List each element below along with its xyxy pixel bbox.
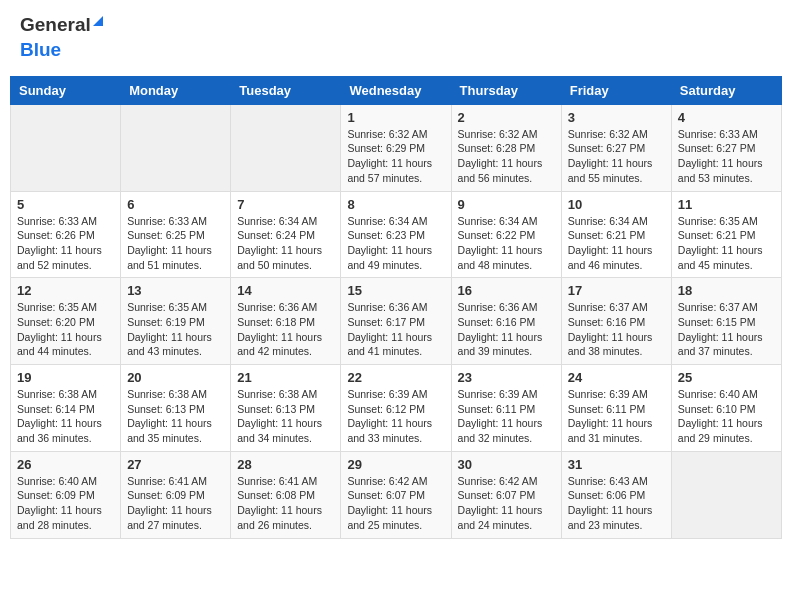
- day-info: Sunrise: 6:36 AMSunset: 6:18 PMDaylight:…: [237, 300, 334, 359]
- calendar-cell: 6Sunrise: 6:33 AMSunset: 6:25 PMDaylight…: [121, 191, 231, 278]
- calendar-cell: 4Sunrise: 6:33 AMSunset: 6:27 PMDaylight…: [671, 104, 781, 191]
- calendar-cell: 25Sunrise: 6:40 AMSunset: 6:10 PMDayligh…: [671, 365, 781, 452]
- day-info: Sunrise: 6:38 AMSunset: 6:13 PMDaylight:…: [237, 387, 334, 446]
- calendar-cell: 31Sunrise: 6:43 AMSunset: 6:06 PMDayligh…: [561, 451, 671, 538]
- day-number: 22: [347, 370, 444, 385]
- day-info: Sunrise: 6:35 AMSunset: 6:21 PMDaylight:…: [678, 214, 775, 273]
- day-info: Sunrise: 6:34 AMSunset: 6:22 PMDaylight:…: [458, 214, 555, 273]
- day-info: Sunrise: 6:32 AMSunset: 6:27 PMDaylight:…: [568, 127, 665, 186]
- day-number: 3: [568, 110, 665, 125]
- logo-general-text: General: [20, 15, 91, 36]
- calendar-table: SundayMondayTuesdayWednesdayThursdayFrid…: [10, 76, 782, 539]
- calendar-cell: 28Sunrise: 6:41 AMSunset: 6:08 PMDayligh…: [231, 451, 341, 538]
- day-number: 5: [17, 197, 114, 212]
- calendar-cell: 22Sunrise: 6:39 AMSunset: 6:12 PMDayligh…: [341, 365, 451, 452]
- day-info: Sunrise: 6:41 AMSunset: 6:09 PMDaylight:…: [127, 474, 224, 533]
- calendar-week-row: 1Sunrise: 6:32 AMSunset: 6:29 PMDaylight…: [11, 104, 782, 191]
- calendar-cell: [121, 104, 231, 191]
- day-info: Sunrise: 6:34 AMSunset: 6:21 PMDaylight:…: [568, 214, 665, 273]
- day-number: 15: [347, 283, 444, 298]
- day-info: Sunrise: 6:37 AMSunset: 6:16 PMDaylight:…: [568, 300, 665, 359]
- day-number: 10: [568, 197, 665, 212]
- day-info: Sunrise: 6:36 AMSunset: 6:17 PMDaylight:…: [347, 300, 444, 359]
- day-info: Sunrise: 6:34 AMSunset: 6:23 PMDaylight:…: [347, 214, 444, 273]
- calendar-cell: 20Sunrise: 6:38 AMSunset: 6:13 PMDayligh…: [121, 365, 231, 452]
- day-info: Sunrise: 6:36 AMSunset: 6:16 PMDaylight:…: [458, 300, 555, 359]
- day-number: 24: [568, 370, 665, 385]
- calendar-cell: 9Sunrise: 6:34 AMSunset: 6:22 PMDaylight…: [451, 191, 561, 278]
- day-number: 26: [17, 457, 114, 472]
- calendar-cell: [231, 104, 341, 191]
- calendar-cell: 30Sunrise: 6:42 AMSunset: 6:07 PMDayligh…: [451, 451, 561, 538]
- calendar-cell: 24Sunrise: 6:39 AMSunset: 6:11 PMDayligh…: [561, 365, 671, 452]
- weekday-header-sunday: Sunday: [11, 76, 121, 104]
- calendar-week-row: 12Sunrise: 6:35 AMSunset: 6:20 PMDayligh…: [11, 278, 782, 365]
- day-info: Sunrise: 6:35 AMSunset: 6:20 PMDaylight:…: [17, 300, 114, 359]
- day-info: Sunrise: 6:39 AMSunset: 6:12 PMDaylight:…: [347, 387, 444, 446]
- calendar-cell: 27Sunrise: 6:41 AMSunset: 6:09 PMDayligh…: [121, 451, 231, 538]
- day-number: 7: [237, 197, 334, 212]
- page-header: General Blue: [10, 10, 782, 66]
- calendar-cell: 14Sunrise: 6:36 AMSunset: 6:18 PMDayligh…: [231, 278, 341, 365]
- calendar-cell: 11Sunrise: 6:35 AMSunset: 6:21 PMDayligh…: [671, 191, 781, 278]
- weekday-header-friday: Friday: [561, 76, 671, 104]
- calendar-cell: 26Sunrise: 6:40 AMSunset: 6:09 PMDayligh…: [11, 451, 121, 538]
- weekday-header-row: SundayMondayTuesdayWednesdayThursdayFrid…: [11, 76, 782, 104]
- day-number: 13: [127, 283, 224, 298]
- day-number: 17: [568, 283, 665, 298]
- day-info: Sunrise: 6:35 AMSunset: 6:19 PMDaylight:…: [127, 300, 224, 359]
- day-number: 21: [237, 370, 334, 385]
- calendar-cell: 18Sunrise: 6:37 AMSunset: 6:15 PMDayligh…: [671, 278, 781, 365]
- day-info: Sunrise: 6:42 AMSunset: 6:07 PMDaylight:…: [347, 474, 444, 533]
- day-info: Sunrise: 6:42 AMSunset: 6:07 PMDaylight:…: [458, 474, 555, 533]
- day-number: 8: [347, 197, 444, 212]
- day-info: Sunrise: 6:32 AMSunset: 6:29 PMDaylight:…: [347, 127, 444, 186]
- day-number: 25: [678, 370, 775, 385]
- day-number: 18: [678, 283, 775, 298]
- day-number: 29: [347, 457, 444, 472]
- logo: General Blue: [20, 15, 103, 61]
- day-info: Sunrise: 6:41 AMSunset: 6:08 PMDaylight:…: [237, 474, 334, 533]
- day-number: 20: [127, 370, 224, 385]
- day-info: Sunrise: 6:33 AMSunset: 6:26 PMDaylight:…: [17, 214, 114, 273]
- weekday-header-saturday: Saturday: [671, 76, 781, 104]
- calendar-cell: 1Sunrise: 6:32 AMSunset: 6:29 PMDaylight…: [341, 104, 451, 191]
- calendar-cell: 19Sunrise: 6:38 AMSunset: 6:14 PMDayligh…: [11, 365, 121, 452]
- day-number: 11: [678, 197, 775, 212]
- calendar-cell: 5Sunrise: 6:33 AMSunset: 6:26 PMDaylight…: [11, 191, 121, 278]
- calendar-cell: [671, 451, 781, 538]
- day-number: 23: [458, 370, 555, 385]
- calendar-cell: 8Sunrise: 6:34 AMSunset: 6:23 PMDaylight…: [341, 191, 451, 278]
- calendar-cell: 21Sunrise: 6:38 AMSunset: 6:13 PMDayligh…: [231, 365, 341, 452]
- day-number: 30: [458, 457, 555, 472]
- day-info: Sunrise: 6:34 AMSunset: 6:24 PMDaylight:…: [237, 214, 334, 273]
- weekday-header-thursday: Thursday: [451, 76, 561, 104]
- day-info: Sunrise: 6:33 AMSunset: 6:27 PMDaylight:…: [678, 127, 775, 186]
- calendar-cell: 17Sunrise: 6:37 AMSunset: 6:16 PMDayligh…: [561, 278, 671, 365]
- day-info: Sunrise: 6:39 AMSunset: 6:11 PMDaylight:…: [458, 387, 555, 446]
- calendar-week-row: 5Sunrise: 6:33 AMSunset: 6:26 PMDaylight…: [11, 191, 782, 278]
- calendar-cell: 10Sunrise: 6:34 AMSunset: 6:21 PMDayligh…: [561, 191, 671, 278]
- day-info: Sunrise: 6:40 AMSunset: 6:10 PMDaylight:…: [678, 387, 775, 446]
- calendar-cell: 23Sunrise: 6:39 AMSunset: 6:11 PMDayligh…: [451, 365, 561, 452]
- day-number: 6: [127, 197, 224, 212]
- calendar-cell: [11, 104, 121, 191]
- calendar-week-row: 26Sunrise: 6:40 AMSunset: 6:09 PMDayligh…: [11, 451, 782, 538]
- weekday-header-tuesday: Tuesday: [231, 76, 341, 104]
- day-info: Sunrise: 6:39 AMSunset: 6:11 PMDaylight:…: [568, 387, 665, 446]
- day-number: 27: [127, 457, 224, 472]
- calendar-cell: 16Sunrise: 6:36 AMSunset: 6:16 PMDayligh…: [451, 278, 561, 365]
- day-info: Sunrise: 6:37 AMSunset: 6:15 PMDaylight:…: [678, 300, 775, 359]
- calendar-cell: 12Sunrise: 6:35 AMSunset: 6:20 PMDayligh…: [11, 278, 121, 365]
- day-info: Sunrise: 6:32 AMSunset: 6:28 PMDaylight:…: [458, 127, 555, 186]
- calendar-cell: 2Sunrise: 6:32 AMSunset: 6:28 PMDaylight…: [451, 104, 561, 191]
- calendar-cell: 7Sunrise: 6:34 AMSunset: 6:24 PMDaylight…: [231, 191, 341, 278]
- calendar-cell: 3Sunrise: 6:32 AMSunset: 6:27 PMDaylight…: [561, 104, 671, 191]
- day-info: Sunrise: 6:38 AMSunset: 6:14 PMDaylight:…: [17, 387, 114, 446]
- day-number: 16: [458, 283, 555, 298]
- calendar-week-row: 19Sunrise: 6:38 AMSunset: 6:14 PMDayligh…: [11, 365, 782, 452]
- weekday-header-monday: Monday: [121, 76, 231, 104]
- day-info: Sunrise: 6:38 AMSunset: 6:13 PMDaylight:…: [127, 387, 224, 446]
- logo-arrow-icon: [93, 16, 103, 26]
- day-info: Sunrise: 6:40 AMSunset: 6:09 PMDaylight:…: [17, 474, 114, 533]
